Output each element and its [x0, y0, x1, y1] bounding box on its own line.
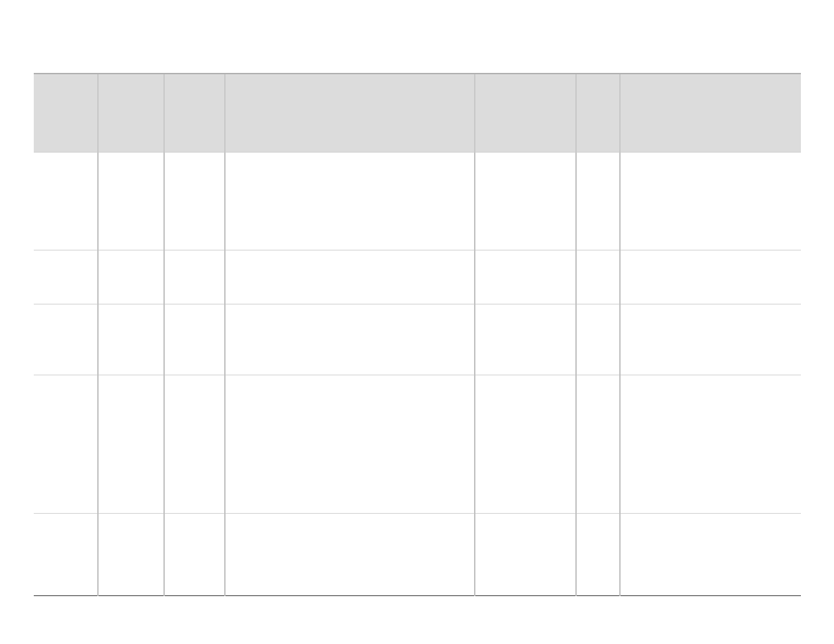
table [34, 74, 801, 596]
table-cell [475, 375, 576, 513]
table-cell [475, 513, 576, 595]
table-cell [98, 513, 164, 595]
table-cell [34, 250, 98, 304]
table-header-cell [34, 74, 98, 152]
table-cell [98, 152, 164, 250]
table-cell [225, 513, 475, 595]
data-table [34, 73, 801, 596]
table-cell [164, 152, 225, 250]
table-cell [164, 375, 225, 513]
table-cell [620, 250, 801, 304]
table-cell [475, 304, 576, 375]
table-cell [164, 304, 225, 375]
table-cell [620, 375, 801, 513]
table-header-cell [475, 74, 576, 152]
table-cell [225, 152, 475, 250]
table-cell [576, 250, 620, 304]
table-cell [620, 152, 801, 250]
table-row [34, 250, 801, 304]
table-header-row [34, 74, 801, 152]
table-cell [576, 513, 620, 595]
table-row [34, 513, 801, 595]
table-cell [620, 513, 801, 595]
table-cell [34, 304, 98, 375]
table-cell [34, 152, 98, 250]
table-cell [34, 375, 98, 513]
table-cell [475, 250, 576, 304]
table-cell [620, 304, 801, 375]
table-cell [225, 375, 475, 513]
table-cell [225, 304, 475, 375]
table-row [34, 375, 801, 513]
table-header-cell [164, 74, 225, 152]
table-cell [576, 375, 620, 513]
table-cell [34, 513, 98, 595]
table-header-cell [98, 74, 164, 152]
table-cell [164, 250, 225, 304]
table-cell [164, 513, 225, 595]
table-cell [576, 152, 620, 250]
table-row [34, 152, 801, 250]
table-header-cell [620, 74, 801, 152]
table-row [34, 304, 801, 375]
table-header-cell [225, 74, 475, 152]
table-cell [475, 152, 576, 250]
table-cell [98, 250, 164, 304]
table-cell [576, 304, 620, 375]
table-cell [98, 304, 164, 375]
table-cell [98, 375, 164, 513]
table-cell [225, 250, 475, 304]
table-header-cell [576, 74, 620, 152]
